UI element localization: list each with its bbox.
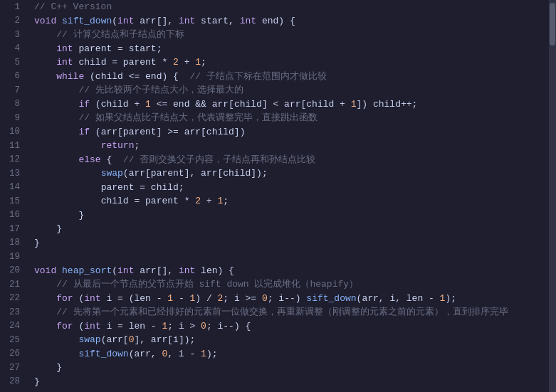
line-number: 27 xyxy=(0,361,28,375)
line-number: 7 xyxy=(0,83,28,97)
code-line: child = parent * 2 + 1; xyxy=(34,194,556,208)
code-content[interactable]: // C++ Versionvoid sift_down(int arr[], … xyxy=(28,0,556,392)
line-number: 24 xyxy=(0,319,28,334)
line-number: 3 xyxy=(0,28,28,42)
line-number: 25 xyxy=(0,333,28,347)
code-line: // C++ Version xyxy=(34,0,556,14)
code-line: } xyxy=(34,375,556,389)
line-number: 20 xyxy=(0,264,28,278)
code-line: void heap_sort(int arr[], int len) { xyxy=(34,264,556,278)
code-line: return; xyxy=(34,139,556,153)
code-line: swap(arr[parent], arr[child]); xyxy=(34,166,556,181)
line-number: 26 xyxy=(0,347,28,361)
code-line: void sift_down(int arr[], int start, int… xyxy=(34,14,556,28)
code-line: for (int i = (len - 1 - 1) / 2; i >= 0; … xyxy=(34,292,556,306)
line-number: 14 xyxy=(0,181,28,195)
line-number: 9 xyxy=(0,111,28,125)
line-number: 22 xyxy=(0,292,28,306)
line-number: 18 xyxy=(0,236,28,250)
code-line: // 从最后一个节点的父节点开始 sift down 以完成堆化（heapify… xyxy=(34,277,556,292)
line-numbers: 1234567891011121314151617181920212223242… xyxy=(0,0,28,392)
code-line: // 先比较两个子结点大小，选择最大的 xyxy=(34,83,556,97)
code-editor: 1234567891011121314151617181920212223242… xyxy=(0,0,556,392)
line-number: 13 xyxy=(0,166,28,181)
code-line: // 先将第一个元素和已经排好的元素前一位做交换，再重新调整（刚调整的元素之前的… xyxy=(34,305,556,319)
code-line: swap(arr[0], arr[i]); xyxy=(34,333,556,347)
line-number: 21 xyxy=(0,277,28,292)
line-number: 17 xyxy=(0,222,28,236)
line-number: 2 xyxy=(0,14,28,28)
code-line: if (arr[parent] >= arr[child]) xyxy=(34,125,556,139)
code-line: for (int i = len - 1; i > 0; i--) { xyxy=(34,319,556,334)
line-number: 4 xyxy=(0,42,28,56)
code-line: // 计算父结点和子结点的下标 xyxy=(34,28,556,42)
code-line: if (child + 1 <= end && arr[child] < arr… xyxy=(34,97,556,112)
code-line xyxy=(34,250,556,264)
code-line: while (child <= end) { // 子结点下标在范围内才做比较 xyxy=(34,70,556,84)
line-number: 15 xyxy=(0,194,28,208)
code-line: } xyxy=(34,236,556,250)
line-number: 8 xyxy=(0,97,28,112)
line-number: 5 xyxy=(0,55,28,70)
scrollbar-thumb[interactable] xyxy=(550,3,555,46)
line-number: 11 xyxy=(0,139,28,153)
line-number: 12 xyxy=(0,153,28,167)
code-line: int parent = start; xyxy=(34,42,556,56)
code-line: } xyxy=(34,361,556,375)
code-line: int child = parent * 2 + 1; xyxy=(34,55,556,70)
line-number: 28 xyxy=(0,375,28,389)
code-line: parent = child; xyxy=(34,181,556,195)
line-number: 6 xyxy=(0,70,28,84)
code-line: // 如果父结点比子结点大，代表调整完毕，直接跳出函数 xyxy=(34,111,556,125)
line-number: 1 xyxy=(0,0,28,14)
code-line: else { // 否则交换父子内容，子结点再和孙结点比较 xyxy=(34,153,556,167)
line-number: 19 xyxy=(0,250,28,264)
line-number: 23 xyxy=(0,305,28,319)
line-number: 16 xyxy=(0,208,28,223)
scrollbar[interactable] xyxy=(549,0,556,392)
code-line: } xyxy=(34,208,556,223)
line-number: 10 xyxy=(0,125,28,139)
code-line: } xyxy=(34,222,556,236)
code-line: sift_down(arr, 0, i - 1); xyxy=(34,347,556,361)
